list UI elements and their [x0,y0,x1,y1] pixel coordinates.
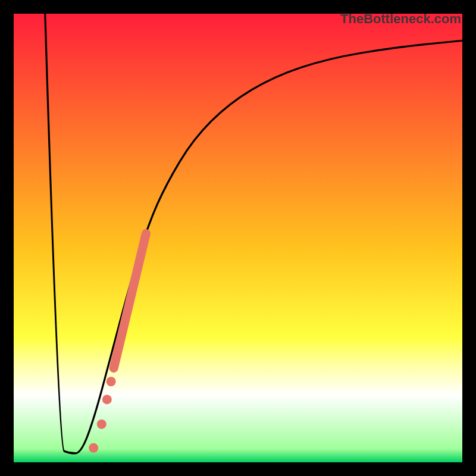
chart-overlay [0,0,476,476]
chart-container [0,0,476,476]
